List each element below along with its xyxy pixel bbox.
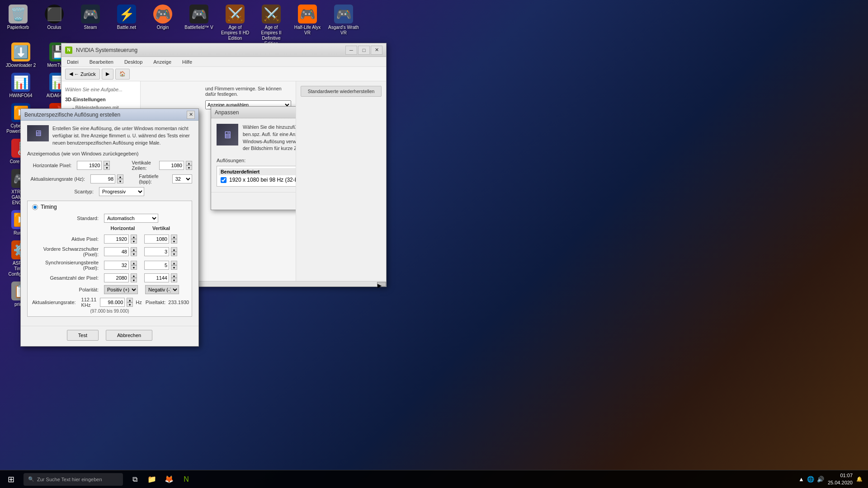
sync-v-up[interactable]: ▲ xyxy=(171,261,177,265)
taskbar-notification-icon[interactable]: 🔔 xyxy=(856,476,863,482)
desktop-icon-aoe2de[interactable]: ⚔️ Age of Empires II Definitive Edition xyxy=(253,3,289,48)
h-pixel-up[interactable]: ▲ xyxy=(104,161,110,165)
taskbar-app-icons: ⧉ 📁 🦊 N xyxy=(127,471,194,488)
start-button[interactable]: ⊞ xyxy=(0,470,22,488)
maximize-button[interactable]: □ xyxy=(358,46,370,55)
update-val: 112.11 KHz xyxy=(81,297,97,308)
desktop-icon-origin[interactable]: 🎮 Origin xyxy=(145,3,181,48)
scroll-right-btn[interactable]: ▶ xyxy=(377,282,386,286)
hz-input[interactable] xyxy=(100,298,125,307)
vordere-h-input[interactable] xyxy=(104,247,129,256)
desktop-icon-aoe2hd[interactable]: ⚔️ Age of Empires II HD Edition xyxy=(217,3,253,48)
gesamt-v-down[interactable]: ▼ xyxy=(171,278,177,282)
taskbar-search-box[interactable]: 🔍 Zur Suche Text hier eingeben xyxy=(24,473,123,486)
gesamt-h-input[interactable] xyxy=(104,273,129,282)
test-button[interactable]: Test xyxy=(67,330,99,341)
hz-down[interactable]: ▼ xyxy=(127,302,133,307)
v-zeilen-up[interactable]: ▲ xyxy=(186,161,192,165)
h-pixel-down[interactable]: ▼ xyxy=(104,165,110,170)
desktop-icon-jdownloader[interactable]: ⬇️ JDownloader 2 xyxy=(3,41,39,70)
aktive-v-up[interactable]: ▲ xyxy=(171,235,177,239)
refresh-row: Aktualisierungsrate (Hz): ▲ ▼ Farbtiefe … xyxy=(27,174,192,184)
refresh-down[interactable]: ▼ xyxy=(117,179,123,183)
menu-datei[interactable]: Datei xyxy=(64,58,81,66)
desktop-icon-steam[interactable]: 🎮 Steam xyxy=(72,3,108,48)
sync-h-up[interactable]: ▲ xyxy=(131,261,137,265)
menu-anzeige[interactable]: Anzeige xyxy=(151,58,174,66)
refresh-spinner: ▲ ▼ xyxy=(117,174,123,183)
gesamt-label: Gesamtzahl der Pixel: xyxy=(32,275,102,281)
polaritat-label: Polarität: xyxy=(32,287,102,292)
gesamt-h-up[interactable]: ▲ xyxy=(131,273,137,278)
restore-defaults-button[interactable]: Standardwerte wiederherstellen xyxy=(301,86,382,97)
gesamt-h-down[interactable]: ▼ xyxy=(131,278,137,282)
desktop-icon-battlenet[interactable]: ⚡ Battle.net xyxy=(108,3,145,48)
gesamt-v-spinner: ▲ ▼ xyxy=(171,273,177,282)
custom-res-titlebar: Benutzerspezifische Auflösung erstellen … xyxy=(21,109,198,121)
desktop-icon-battlefield[interactable]: 🎮 Battlefield™ V xyxy=(181,3,217,48)
refresh-input[interactable] xyxy=(90,174,115,183)
menu-desktop[interactable]: Desktop xyxy=(122,58,145,66)
menu-hilfe[interactable]: Hilfe xyxy=(179,58,195,66)
taskbar-browser[interactable]: 🦊 xyxy=(161,471,177,488)
timing-label: Timing xyxy=(41,204,57,210)
close-button[interactable]: ✕ xyxy=(371,46,382,55)
aktive-v-down[interactable]: ▼ xyxy=(171,239,177,244)
menu-bearbeiten[interactable]: Bearbeiten xyxy=(87,58,116,66)
sync-v-input[interactable] xyxy=(144,261,169,270)
taskbar-volume-icon[interactable]: 🔊 xyxy=(817,476,824,483)
right-panel-info: und Flimmern verminge. Sie können dafür … xyxy=(205,86,291,97)
v-zeilen-input[interactable] xyxy=(159,161,184,170)
minimize-button[interactable]: ─ xyxy=(345,46,357,55)
taskbar-nvidia-tray[interactable]: N xyxy=(178,471,194,488)
resolutions-list-container: Benutzerdefiniert ▲ 868 x 488 bei 98 H… xyxy=(217,166,296,187)
timing-header: Timing xyxy=(32,204,187,210)
aktive-h-input[interactable] xyxy=(104,235,129,244)
sync-v-spinner: ▲ ▼ xyxy=(171,261,177,270)
sync-v-down[interactable]: ▼ xyxy=(171,265,177,270)
back-button[interactable]: ◀ ← Zurück xyxy=(65,69,100,80)
v-zeilen-down[interactable]: ▼ xyxy=(186,165,192,170)
farbtiefe-select[interactable]: 32 16 8 xyxy=(172,174,192,183)
h-pixel-input[interactable] xyxy=(77,161,102,170)
scantyp-select[interactable]: Progressiv Interlaced xyxy=(99,187,144,196)
gesamt-v-up[interactable]: ▲ xyxy=(171,273,177,278)
taskbar-expand-icon[interactable]: ▲ xyxy=(798,476,804,483)
vordere-h-down[interactable]: ▼ xyxy=(131,252,137,256)
polaritat-h-select[interactable]: Positiv (+) Negativ (-) xyxy=(104,285,138,294)
vordere-v-up[interactable]: ▲ xyxy=(171,247,177,252)
gesamt-v-input[interactable] xyxy=(144,273,169,282)
anpassen-icon: 🖥 xyxy=(217,124,238,145)
custom-cancel-button[interactable]: Abbrechen xyxy=(106,330,152,341)
standard-select[interactable]: Automatisch Manuell xyxy=(104,214,158,223)
scantyp-label: Scantyp: xyxy=(27,189,97,194)
custom-res-close-button[interactable]: ✕ xyxy=(187,111,195,119)
refresh-up[interactable]: ▲ xyxy=(117,174,123,179)
taskbar-network-icon[interactable]: 🌐 xyxy=(807,476,814,483)
vordere-v-input[interactable] xyxy=(144,247,169,256)
aktive-h-down[interactable]: ▼ xyxy=(131,239,137,244)
taskbar-clock[interactable]: 01:07 25.04.2020 xyxy=(828,472,853,486)
forward-button[interactable]: ▶ xyxy=(102,69,113,80)
vordere-v-down[interactable]: ▼ xyxy=(171,252,177,256)
sync-h-input[interactable] xyxy=(104,261,129,270)
sync-h-down[interactable]: ▼ xyxy=(131,265,137,270)
desktop-icon-asgard[interactable]: 🎮 Asgard's Wrath VR xyxy=(326,3,362,48)
vordere-label: Vordere Schwarzschulter (Pixel): xyxy=(32,246,102,257)
desktop-icon-halflife[interactable]: 🎮 Half-Life Alyx VR xyxy=(289,3,326,48)
resolution-checkbox[interactable] xyxy=(221,177,226,183)
timing-section: Timing Standard: Automatisch Manuell Hor… xyxy=(27,201,192,317)
desktop-icon-hwi[interactable]: 📊 HWiNFO64 xyxy=(3,71,39,100)
taskbar-task-view[interactable]: ⧉ xyxy=(127,471,143,488)
aktive-v-input[interactable] xyxy=(144,235,169,244)
toolbar: ◀ ← Zurück ▶ 🏠 xyxy=(61,67,386,81)
hz-up[interactable]: ▲ xyxy=(127,298,133,302)
timing-radio[interactable] xyxy=(32,204,38,210)
polaritat-v-select[interactable]: Negativ (-) Positiv (+) xyxy=(145,285,179,294)
taskbar-file-explorer[interactable]: 📁 xyxy=(144,471,160,488)
home-button[interactable]: 🏠 xyxy=(115,69,130,80)
taskbar-time-display: 01:07 xyxy=(828,472,853,479)
vordere-h-up[interactable]: ▲ xyxy=(131,247,137,252)
anpassen-info: 🖥 Wählen Sie die hinzuzufügenden Auflösu… xyxy=(217,124,296,152)
aktive-h-up[interactable]: ▲ xyxy=(131,235,137,239)
